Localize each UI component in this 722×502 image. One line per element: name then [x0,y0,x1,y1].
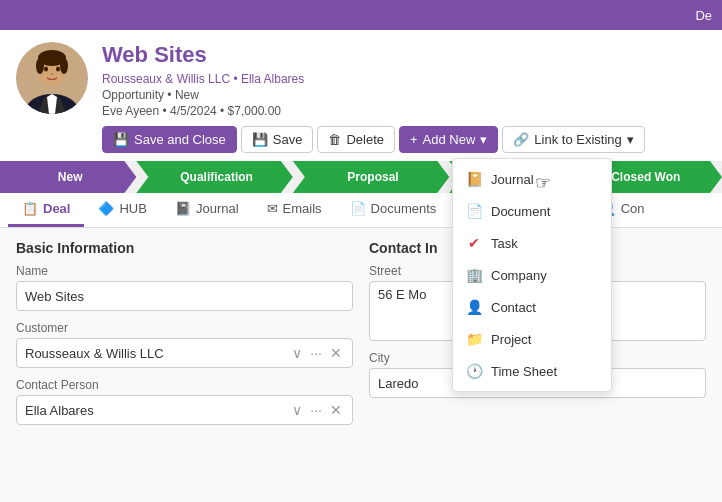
contact-clear-icon[interactable]: ✕ [328,402,344,418]
name-input-wrapper[interactable] [16,281,353,311]
company-menu-icon: 🏢 [465,266,483,284]
record-meta: Opportunity • New [102,88,706,102]
save-button[interactable]: 💾 Save [241,126,314,153]
avatar [16,42,88,114]
contact-field-group: Contact Person Ella Albares ∨ ··· ✕ [16,378,353,425]
chevron-down-icon-link: ▾ [627,132,634,147]
tab-emails[interactable]: ✉ Emails [253,193,336,227]
project-menu-icon: 📁 [465,330,483,348]
record-subtitle: Rousseaux & Willis LLC • Ella Albares [102,72,706,86]
tab-documents[interactable]: 📄 Documents [336,193,451,227]
task-label: Task [491,236,518,251]
document-menu-icon: 📄 [465,202,483,220]
contact-chevron-icon[interactable]: ∨ [290,402,304,418]
name-input[interactable] [25,289,344,304]
project-label: Project [491,332,531,347]
toolbar: 💾 Save and Close 💾 Save 🗑 Delete + Add N… [102,118,706,161]
save-close-button[interactable]: 💾 Save and Close [102,126,237,153]
contact-input[interactable]: Ella Albares ∨ ··· ✕ [16,395,353,425]
add-new-button[interactable]: + Add New ▾ [399,126,498,153]
email-icon: ✉ [267,201,278,216]
name-label: Name [16,264,353,278]
task-menu-icon: ✔ [465,234,483,252]
top-bar: De [0,0,722,30]
street-value: 56 E Mo [378,287,426,335]
menu-item-contact[interactable]: 👤 Contact [453,291,611,323]
menu-item-timesheet[interactable]: 🕐 Time Sheet [453,355,611,387]
menu-item-journal[interactable]: 📔 Journal [453,163,611,195]
contact-value: Ella Albares [25,403,286,418]
stage-bar: New Qualification Proposal ▶ Closed Won [0,161,722,193]
chevron-down-icon: ▾ [480,132,487,147]
stage-new[interactable]: New [0,161,136,193]
name-field-group: Name [16,264,353,311]
menu-item-document[interactable]: 📄 Document [453,195,611,227]
delete-icon: 🗑 [328,132,341,147]
header-top: Web Sites Rousseaux & Willis LLC • Ella … [16,42,706,118]
save-icon: 💾 [252,132,268,147]
delete-button[interactable]: 🗑 Delete [317,126,395,153]
menu-item-project[interactable]: 📁 Project [453,323,611,355]
add-new-dropdown: 📔 Journal 📄 Document ✔ Task 🏢 Company 👤 … [452,158,612,392]
link-icon: 🔗 [513,132,529,147]
top-bar-label: De [695,8,712,23]
menu-item-task[interactable]: ✔ Task [453,227,611,259]
deal-icon: 📋 [22,201,38,216]
customer-label: Customer [16,321,353,335]
record-detail: Eve Ayeen • 4/5/2024 • $7,000.00 [102,104,706,118]
hub-icon: 🔷 [98,201,114,216]
record-info: Web Sites Rousseaux & Willis LLC • Ella … [102,42,706,118]
svg-point-11 [56,67,60,72]
tab-hub[interactable]: 🔷 HUB [84,193,160,227]
left-section: Basic Information Name Customer Rousseau… [16,240,353,502]
save-close-icon: 💾 [113,132,129,147]
contact-menu-label: Contact [491,300,536,315]
documents-icon: 📄 [350,201,366,216]
customer-field-group: Customer Rousseaux & Willis LLC ∨ ··· ✕ [16,321,353,368]
customer-more-icon[interactable]: ··· [308,345,324,361]
timesheet-label: Time Sheet [491,364,557,379]
plus-icon: + [410,132,418,147]
record-title: Web Sites [102,42,706,68]
contact-menu-icon: 👤 [465,298,483,316]
customer-clear-icon[interactable]: ✕ [328,345,344,361]
tab-journal[interactable]: 📓 Journal [161,193,253,227]
journal-icon: 📓 [175,201,191,216]
contact-more-icon[interactable]: ··· [308,402,324,418]
customer-input[interactable]: Rousseaux & Willis LLC ∨ ··· ✕ [16,338,353,368]
svg-point-10 [44,67,48,72]
tabs-bar: 📋 Deal 🔷 HUB 📓 Journal ✉ Emails 📄 Docume… [0,193,722,228]
customer-chevron-icon[interactable]: ∨ [290,345,304,361]
company-label: Company [491,268,547,283]
link-to-existing-button[interactable]: 🔗 Link to Existing ▾ [502,126,644,153]
journal-menu-icon: 📔 [465,170,483,188]
main-content: Basic Information Name Customer Rousseau… [0,228,722,502]
svg-point-9 [60,58,68,74]
tab-deal[interactable]: 📋 Deal [8,193,84,227]
menu-item-company[interactable]: 🏢 Company [453,259,611,291]
journal-label: Journal [491,172,534,187]
svg-point-12 [51,73,54,75]
svg-point-8 [36,58,44,74]
header-section: Web Sites Rousseaux & Willis LLC • Ella … [0,30,722,161]
contact-label: Contact Person [16,378,353,392]
timesheet-menu-icon: 🕐 [465,362,483,380]
stage-proposal[interactable]: Proposal [293,161,449,193]
basic-info-title: Basic Information [16,240,353,256]
stage-qualification[interactable]: Qualification [136,161,292,193]
document-label: Document [491,204,550,219]
customer-value: Rousseaux & Willis LLC [25,346,286,361]
